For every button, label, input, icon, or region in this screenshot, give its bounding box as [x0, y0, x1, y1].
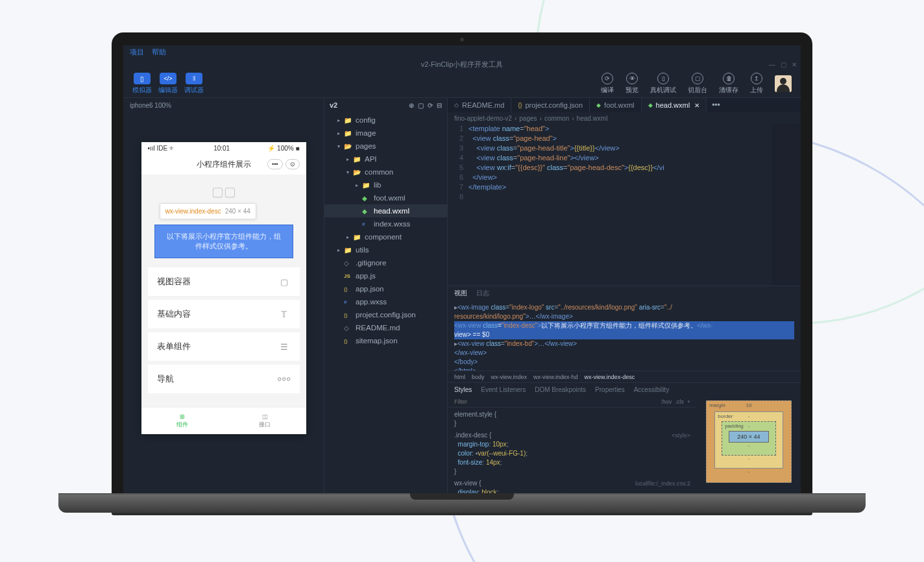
- mode-simulator[interactable]: ▯ 模拟器: [132, 73, 152, 95]
- list-icon: ☰: [278, 340, 291, 353]
- card-basic-content[interactable]: 基础内容 𝕋: [148, 300, 300, 328]
- card-view-container[interactable]: 视图容器 ▢: [148, 267, 300, 296]
- file-foot-wxml[interactable]: ◆foot.wxml: [324, 191, 447, 204]
- container-icon: ▢: [278, 275, 291, 288]
- styles-tab[interactable]: Styles: [454, 386, 472, 393]
- simulator-panel: iphone6 100% •ııl IDE ᯤ 10:01 ⚡ 100% ■ 小…: [123, 98, 324, 500]
- tab-project-config[interactable]: {}project.config.json: [511, 98, 590, 112]
- compile-button[interactable]: ⟳编译: [601, 73, 614, 95]
- styles-rules[interactable]: element.style { } <style>.index-desc { m…: [448, 408, 697, 500]
- maximize-icon[interactable]: ▢: [781, 61, 786, 68]
- laptop-frame: 项目 帮助 v2-FinClip小程序开发工具 — ▢ ✕ ▯ 模拟器: [112, 32, 812, 515]
- tab-apis[interactable]: ◫ 接口: [224, 408, 306, 434]
- file-sitemap[interactable]: {}sitemap.json: [324, 334, 447, 347]
- upload-button[interactable]: ↥上传: [750, 73, 763, 95]
- file-gitignore[interactable]: ◇.gitignore: [324, 256, 447, 269]
- remote-debug-button[interactable]: ▯真机调试: [650, 73, 676, 95]
- tab-components[interactable]: ⊞ 组件: [141, 408, 224, 434]
- properties-tab[interactable]: Properties: [595, 386, 625, 393]
- hov-toggle[interactable]: :hov: [661, 398, 672, 405]
- card-navigation[interactable]: 导航 ०००: [148, 365, 300, 393]
- file-app-js[interactable]: JSapp.js: [324, 269, 447, 282]
- folder-component[interactable]: ▸📁component: [324, 230, 447, 243]
- tab-overflow-icon[interactable]: •••: [707, 101, 725, 110]
- collapse-icon[interactable]: ⊟: [437, 102, 442, 109]
- project-root[interactable]: v2: [330, 101, 337, 109]
- phone-preview: •ııl IDE ᯤ 10:01 ⚡ 100% ■ 小程序组件展示 ••• ⊙: [141, 142, 306, 434]
- minimap[interactable]: [772, 124, 801, 286]
- phone-navbar: 小程序组件展示 ••• ⊙: [141, 154, 306, 175]
- ide-window: 项目 帮助 v2-FinClip小程序开发工具 — ▢ ✕ ▯ 模拟器: [123, 45, 801, 500]
- file-head-wxml[interactable]: ◆head.wxml: [324, 204, 447, 217]
- dom-tree[interactable]: ▸<wx-image class="index-logo" src="../re…: [448, 300, 801, 371]
- selected-element[interactable]: 以下将展示小程序官方组件能力，组件样式仅供参考。: [154, 225, 293, 258]
- refresh-icon[interactable]: ⟳: [428, 102, 433, 109]
- devtab-log[interactable]: 日志: [476, 289, 489, 298]
- menu-project[interactable]: 项目: [130, 47, 144, 57]
- capsule-menu-icon[interactable]: •••: [267, 159, 282, 169]
- app-title: 小程序组件展示: [197, 159, 251, 170]
- box-model-diagram: margin 10 border - padding - 240 × 4: [697, 383, 801, 500]
- folder-api[interactable]: ▸📁API: [324, 153, 447, 165]
- new-folder-icon[interactable]: ▢: [418, 102, 424, 109]
- code-icon: </>: [164, 75, 172, 82]
- phone-icon: ▯: [140, 75, 144, 82]
- dom-breadcrumb: html body wx-view.index wx-view.index-hd…: [448, 371, 801, 382]
- tab-close-icon[interactable]: ✕: [694, 102, 699, 109]
- file-explorer: v2 ⊕ ▢ ⟳ ⊟ ▸📁config ▸📁image ▾📂pages ▸📁AP…: [324, 98, 448, 500]
- text-icon: 𝕋: [278, 308, 291, 321]
- device-info[interactable]: iphone6 100%: [123, 98, 324, 112]
- folder-pages[interactable]: ▾📂pages: [324, 140, 447, 153]
- capsule-close-icon[interactable]: ⊙: [286, 159, 300, 169]
- window-title: v2-FinClip小程序开发工具: [421, 60, 504, 69]
- editor-panel: ◇README.md {}project.config.json ◆foot.w…: [448, 98, 801, 500]
- event-listeners-tab[interactable]: Event Listeners: [481, 386, 526, 393]
- user-avatar[interactable]: [775, 75, 792, 92]
- menu-help[interactable]: 帮助: [152, 47, 166, 57]
- phone-statusbar: •ııl IDE ᯤ 10:01 ⚡ 100% ■: [141, 142, 306, 154]
- devtab-inspector[interactable]: 视图: [454, 289, 467, 298]
- menubar: 项目 帮助: [123, 45, 801, 58]
- file-project-config[interactable]: {}project.config.json: [324, 308, 447, 321]
- file-readme[interactable]: ◇README.md: [324, 321, 447, 334]
- code-content[interactable]: <template name="head"> <view class="page…: [468, 124, 801, 286]
- code-editor[interactable]: 1234 5678 <template name="head"> <view c…: [448, 124, 801, 286]
- minimize-icon[interactable]: —: [769, 61, 775, 68]
- accessibility-tab[interactable]: Accessibility: [634, 386, 669, 393]
- card-form[interactable]: 表单组件 ☰: [148, 332, 300, 361]
- grid-icon: ⊞: [180, 413, 185, 420]
- styles-filter-input[interactable]: [454, 398, 519, 405]
- new-file-icon[interactable]: ⊕: [409, 102, 414, 109]
- folder-common[interactable]: ▾📂common: [324, 165, 447, 178]
- tab-foot-wxml[interactable]: ◆foot.wxml: [590, 98, 641, 112]
- file-index-wxss[interactable]: #index.wxss: [324, 217, 447, 230]
- toolbar: ▯ 模拟器 </> 编辑器 ⫴ 调试器 ⟳编译: [123, 70, 801, 97]
- file-app-wxss[interactable]: #app.wxss: [324, 295, 447, 308]
- folder-lib[interactable]: ▸📁lib: [324, 178, 447, 191]
- tab-head-wxml[interactable]: ◆head.wxml✕: [642, 98, 707, 112]
- more-icon: ०००: [278, 373, 291, 385]
- folder-image[interactable]: ▸📁image: [324, 127, 447, 140]
- mode-debugger[interactable]: ⫴ 调试器: [184, 73, 204, 95]
- add-style-icon[interactable]: +: [687, 398, 690, 405]
- titlebar: v2-FinClip小程序开发工具 — ▢ ✕: [123, 58, 801, 70]
- folder-utils[interactable]: ▸📁utils: [324, 243, 447, 256]
- editor-tabs: ◇README.md {}project.config.json ◆foot.w…: [448, 98, 801, 112]
- breadcrumb: fino-applet-demo-v2› pages› common› head…: [448, 112, 801, 124]
- tab-readme[interactable]: ◇README.md: [448, 98, 511, 112]
- mode-editor[interactable]: </> 编辑器: [158, 73, 178, 95]
- clear-cache-button[interactable]: 🗑清缓存: [719, 73, 738, 95]
- api-icon: ◫: [262, 413, 268, 420]
- cls-toggle[interactable]: .cls: [675, 398, 684, 405]
- phone-tabbar: ⊞ 组件 ◫ 接口: [141, 407, 306, 434]
- folder-config[interactable]: ▸📁config: [324, 114, 447, 127]
- inspector-tooltip: wx-view.index-desc 240 × 44: [160, 203, 256, 219]
- background-button[interactable]: ▢切后台: [688, 73, 707, 95]
- preview-button[interactable]: 👁预览: [626, 73, 638, 95]
- file-app-json[interactable]: {}app.json: [324, 282, 447, 295]
- logo-placeholder-icon: ▢▢: [212, 184, 236, 199]
- close-icon[interactable]: ✕: [792, 61, 797, 68]
- dom-breakpoints-tab[interactable]: DOM Breakpoints: [535, 386, 586, 393]
- devtools-panel: 视图 日志 ▸<wx-image class="index-logo" src=…: [448, 286, 801, 500]
- debug-icon: ⫴: [193, 75, 195, 82]
